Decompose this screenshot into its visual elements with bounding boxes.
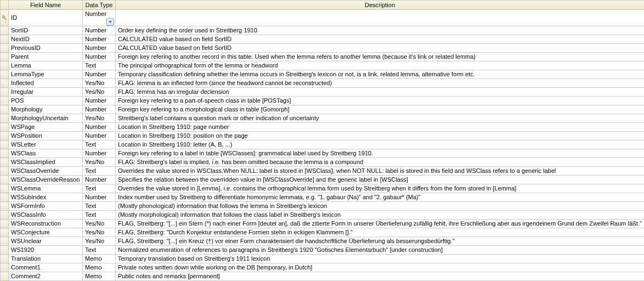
table-row[interactable]: WSConjectureYes/NoFLAG, Streitberg: "Dur… xyxy=(1,228,645,237)
table-row[interactable]: POSNumberForeign key refering to a part-… xyxy=(1,97,645,105)
data-type-cell[interactable]: Number xyxy=(83,176,116,184)
field-name-cell[interactable]: NextID xyxy=(9,35,83,44)
description-cell[interactable]: Streitberg's label contains a question m… xyxy=(116,114,645,123)
description-cell[interactable]: Index number used by Streitberg to diffe… xyxy=(116,193,645,202)
table-row[interactable]: IrregularYes/NoFLAG: lemma has an irregu… xyxy=(1,88,645,97)
data-type-cell[interactable]: Number xyxy=(83,97,116,105)
description-cell[interactable]: CALCULATED value based on field SortID xyxy=(116,44,645,53)
header-selector[interactable] xyxy=(1,1,9,10)
field-name-cell[interactable]: ID xyxy=(9,10,83,26)
description-cell[interactable]: FLAG, Streitberg: "[...] ein Stern (*) n… xyxy=(116,220,645,228)
field-name-cell[interactable]: LemmaType xyxy=(9,70,83,79)
field-name-cell[interactable]: PreviousID xyxy=(9,44,83,53)
field-name-cell[interactable]: SortID xyxy=(9,26,83,35)
data-type-cell[interactable]: Text xyxy=(83,202,116,211)
row-selector[interactable] xyxy=(1,237,9,246)
table-row[interactable]: MorphologyUncertainYes/NoStreitberg's la… xyxy=(1,114,645,123)
description-cell[interactable]: Foreign key refering to a morphological … xyxy=(116,105,645,114)
row-selector[interactable] xyxy=(1,167,9,176)
table-row[interactable]: WSClassOverrideReasonNumberSpecifies the… xyxy=(1,176,645,184)
table-row[interactable]: WSLetterTextLocation in Streitberg 1910:… xyxy=(1,140,645,149)
field-name-cell[interactable]: WSPosition xyxy=(9,132,83,140)
table-row[interactable]: InflectedYes/NoFLAG: lemma is an inflect… xyxy=(1,79,645,88)
data-type-cell[interactable]: Number xyxy=(83,193,116,202)
data-type-cell[interactable]: Number xyxy=(83,10,116,26)
description-cell[interactable]: Overrides the value stored in [Lemma], i… xyxy=(116,184,645,193)
table-row[interactable]: WS1920TextNormalized enumeration of refe… xyxy=(1,246,645,255)
data-type-cell[interactable]: Text xyxy=(83,246,116,255)
data-type-cell[interactable]: Number xyxy=(83,44,116,53)
description-cell[interactable]: Private notes written down while working… xyxy=(116,263,645,272)
row-selector[interactable] xyxy=(1,70,9,79)
table-design-grid[interactable]: Field Name Data Type Description IDNumbe… xyxy=(0,0,644,281)
description-cell[interactable]: Foreign key refering to another record i… xyxy=(116,53,645,61)
field-name-cell[interactable]: WSClassOverrideReason xyxy=(9,176,83,184)
description-cell[interactable]: Order key defining the order used in Str… xyxy=(116,26,645,35)
field-name-cell[interactable]: MorphologyUncertain xyxy=(9,114,83,123)
data-type-cell[interactable]: Number xyxy=(83,132,116,140)
field-name-cell[interactable]: WSClassImplied xyxy=(9,158,83,167)
description-cell[interactable]: Specifies the relation between the overr… xyxy=(116,176,645,184)
data-type-cell[interactable]: Yes/No xyxy=(83,114,116,123)
description-cell[interactable]: Foreign key refering to a part-of-speech… xyxy=(116,97,645,105)
header-field-name[interactable]: Field Name xyxy=(9,1,83,10)
description-cell[interactable]: Normalized enumeration of references to … xyxy=(116,246,645,255)
table-row[interactable]: LemmaTextThe principal orthographical fo… xyxy=(1,61,645,70)
field-name-cell[interactable]: WSClass xyxy=(9,149,83,158)
data-type-cell[interactable]: Number xyxy=(83,35,116,44)
data-type-cell[interactable]: Yes/No xyxy=(83,158,116,167)
row-selector[interactable] xyxy=(1,246,9,255)
data-type-cell[interactable]: Number xyxy=(83,53,116,61)
table-row[interactable]: IDNumber xyxy=(1,10,645,26)
field-name-cell[interactable]: Lemma xyxy=(9,61,83,70)
row-selector[interactable] xyxy=(1,158,9,167)
data-type-cell[interactable]: Number xyxy=(83,70,116,79)
table-row[interactable]: WSUnclearYes/NoFLAG, Streitberg: "[...] … xyxy=(1,237,645,246)
data-type-cell[interactable]: Yes/No xyxy=(83,88,116,97)
data-type-cell[interactable]: Text xyxy=(83,184,116,193)
row-selector[interactable] xyxy=(1,132,9,140)
data-type-cell[interactable]: Yes/No xyxy=(83,228,116,237)
table-row[interactable]: WSClassOverrideTextOverrides the value s… xyxy=(1,167,645,176)
field-name-cell[interactable]: WSLetter xyxy=(9,140,83,149)
description-cell[interactable]: Location in Streitberg 1910: letter (A, … xyxy=(116,140,645,149)
table-row[interactable]: WSClassNumberForeign key refering to a l… xyxy=(1,149,645,158)
row-selector[interactable] xyxy=(1,53,9,61)
row-selector[interactable] xyxy=(1,149,9,158)
description-cell[interactable]: (Mostly morphological) information that … xyxy=(116,211,645,220)
row-selector[interactable] xyxy=(1,105,9,114)
field-name-cell[interactable]: POS xyxy=(9,97,83,105)
field-name-cell[interactable]: WSClassInfo xyxy=(9,211,83,220)
field-name-cell[interactable]: WSClassOverride xyxy=(9,167,83,176)
header-data-type[interactable]: Data Type xyxy=(83,1,116,10)
field-name-cell[interactable]: Comment1 xyxy=(9,263,83,272)
description-cell[interactable]: Public notes and remarks [permanent] xyxy=(116,272,645,281)
description-cell[interactable]: FLAG, Streitberg: "Durch Konjektur entst… xyxy=(116,228,645,237)
row-selector[interactable] xyxy=(1,202,9,211)
table-row[interactable]: Comment1MemoPrivate notes written down w… xyxy=(1,263,645,272)
row-selector[interactable] xyxy=(1,255,9,263)
field-name-cell[interactable]: Morphology xyxy=(9,105,83,114)
data-type-cell[interactable]: Memo xyxy=(83,272,116,281)
table-row[interactable]: PreviousIDNumberCALCULATED value based o… xyxy=(1,44,645,53)
row-selector[interactable] xyxy=(1,10,9,26)
data-type-cell[interactable]: Text xyxy=(83,140,116,149)
table-row[interactable]: TranslationMemoTemporary translation bas… xyxy=(1,255,645,263)
table-row[interactable]: WSPageNumberLocation in Streitberg 1910:… xyxy=(1,123,645,132)
table-row[interactable]: ParentNumberForeign key refering to anot… xyxy=(1,53,645,61)
field-name-cell[interactable]: WSConjecture xyxy=(9,228,83,237)
field-name-cell[interactable]: Translation xyxy=(9,255,83,263)
field-name-cell[interactable]: WSSubIndex xyxy=(9,193,83,202)
field-name-cell[interactable]: Irregular xyxy=(9,88,83,97)
row-selector[interactable] xyxy=(1,193,9,202)
row-selector[interactable] xyxy=(1,123,9,132)
data-type-cell[interactable]: Yes/No xyxy=(83,79,116,88)
field-name-cell[interactable]: WSUnclear xyxy=(9,237,83,246)
field-name-cell[interactable]: WSLemma xyxy=(9,184,83,193)
data-type-cell[interactable]: Number xyxy=(83,123,116,132)
description-cell[interactable]: Foreign key refering to a label in table… xyxy=(116,149,645,158)
data-type-cell[interactable]: Memo xyxy=(83,263,116,272)
data-type-cell[interactable]: Number xyxy=(83,105,116,114)
header-description[interactable]: Description xyxy=(116,1,645,10)
description-cell[interactable]: FLAG, Streitberg: "[...] ein Kreuz (†) v… xyxy=(116,237,645,246)
